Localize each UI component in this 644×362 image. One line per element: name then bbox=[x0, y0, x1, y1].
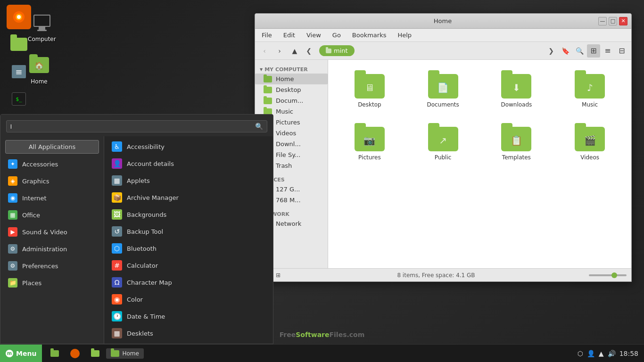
videos-folder: 🎬 bbox=[575, 127, 605, 151]
slider-track[interactable] bbox=[589, 274, 627, 276]
nav-left[interactable]: ❮ bbox=[303, 45, 314, 57]
menu-file[interactable]: File bbox=[257, 30, 277, 40]
tray-network[interactable]: ▲ bbox=[599, 350, 604, 357]
file-desktop[interactable]: 🖥 Desktop bbox=[338, 69, 402, 113]
backup-tool-icon: ↺ bbox=[112, 226, 122, 237]
backgrounds-icon: 🖼 bbox=[112, 209, 122, 220]
tray-bluetooth[interactable]: ⬡ bbox=[578, 350, 583, 357]
app-desklets[interactable]: ▦ Desklets bbox=[104, 325, 273, 342]
category-accessories[interactable]: ✦ Accessories bbox=[0, 156, 104, 173]
app-character-map[interactable]: Ω Character Map bbox=[104, 274, 273, 291]
file-templates[interactable]: 📋 Templates bbox=[485, 122, 549, 165]
forward-button[interactable]: › bbox=[273, 44, 286, 58]
tray-volume[interactable]: 🔊 bbox=[608, 350, 616, 357]
grid-view-button[interactable]: ⊞ bbox=[587, 44, 600, 58]
applets-icon: ▦ bbox=[112, 175, 122, 186]
category-places[interactable]: 📁 Places bbox=[0, 274, 104, 291]
app-backup-tool[interactable]: ↺ Backup Tool bbox=[104, 223, 273, 240]
app-backgrounds[interactable]: 🖼 Backgrounds bbox=[104, 206, 273, 223]
music-folder: ♪ bbox=[575, 74, 605, 99]
nav-right[interactable]: ❯ bbox=[545, 45, 557, 57]
taskbar-firefox[interactable] bbox=[66, 347, 84, 360]
internet-icon: ◉ bbox=[8, 193, 17, 203]
desklets-icon: ▦ bbox=[112, 328, 122, 338]
home-folder-icon bbox=[264, 76, 272, 82]
places-icon: 📁 bbox=[8, 278, 17, 288]
menu-help[interactable]: Help bbox=[393, 30, 416, 40]
triangle-icon: ▼ bbox=[260, 67, 263, 72]
menu-edit[interactable]: Edit bbox=[279, 30, 300, 40]
app-archive-manager[interactable]: 📦 Archive Manager bbox=[104, 189, 273, 206]
category-administration[interactable]: ⚙ Administration bbox=[0, 240, 104, 257]
app-applets[interactable]: ▦ Applets bbox=[104, 172, 273, 189]
sidebar-icon-firefox[interactable] bbox=[7, 5, 31, 29]
window-title: Home bbox=[287, 17, 598, 25]
statusbar: ⊟ ⊞ 8 items, Free space: 4.1 GB bbox=[255, 268, 631, 281]
file-manager-body: ▼ My Computer Home Desktop Docum... bbox=[255, 60, 631, 268]
status-btn2[interactable]: ⊞ bbox=[273, 270, 283, 280]
file-downloads[interactable]: ⬇ Downloads bbox=[485, 69, 549, 113]
menu-bookmarks[interactable]: Bookmarks bbox=[347, 30, 391, 40]
category-preferences[interactable]: ⚙ Preferences bbox=[0, 257, 104, 274]
tray-user[interactable]: 👤 bbox=[587, 350, 595, 357]
file-documents[interactable]: 📄 Documents bbox=[411, 69, 475, 113]
firefox-taskbar-icon bbox=[70, 349, 80, 358]
search-icon[interactable]: 🔍 bbox=[255, 123, 263, 130]
app-calculator[interactable]: # Calculator bbox=[104, 257, 273, 274]
app-date-time[interactable]: 🕐 Date & Time bbox=[104, 308, 273, 325]
file-content-area: 🖥 Desktop 📄 Documents ⬇ D bbox=[328, 60, 631, 268]
toolbar: ‹ › ▲ ❮ mint ❯ 🔖 🔍 ⊞ ≡ ⊟ bbox=[255, 42, 631, 60]
sidebar-icon-files[interactable]: ≡ bbox=[7, 59, 31, 84]
app-color[interactable]: ◉ Color bbox=[104, 291, 273, 308]
sound-video-icon: ▶ bbox=[8, 227, 17, 237]
compact-view-button[interactable]: ⊟ bbox=[615, 44, 628, 58]
app-account-details[interactable]: 👤 Account details bbox=[104, 155, 273, 172]
category-internet[interactable]: ◉ Internet bbox=[0, 189, 104, 206]
close-button[interactable]: ✕ bbox=[619, 17, 627, 25]
file-videos[interactable]: 🎬 Videos bbox=[558, 122, 622, 165]
file-pictures[interactable]: 📷 Pictures bbox=[338, 122, 402, 165]
file-public[interactable]: ↗ Public bbox=[411, 122, 475, 165]
documents-folder: 📄 bbox=[428, 74, 458, 99]
desktop: Computer 🏠 Home ≡ $_ bbox=[0, 0, 644, 362]
file-music[interactable]: ♪ Music bbox=[558, 69, 622, 113]
account-details-icon: 👤 bbox=[112, 158, 122, 169]
sidebar-icon-folder[interactable] bbox=[7, 32, 31, 57]
taskbar-home[interactable]: Home bbox=[106, 348, 143, 359]
all-apps-button[interactable]: All Applications bbox=[5, 140, 99, 154]
taskbar-show-desktop[interactable] bbox=[46, 348, 64, 359]
slider-thumb[interactable] bbox=[611, 272, 617, 278]
sidebar-home[interactable]: Home bbox=[255, 74, 328, 84]
sidebar-icon-terminal[interactable]: $_ bbox=[7, 87, 31, 111]
bookmark-icon[interactable]: 🔖 bbox=[559, 44, 572, 58]
date-time-icon: 🕐 bbox=[112, 311, 122, 321]
app-accessibility[interactable]: ♿ Accessibility bbox=[104, 138, 273, 155]
app-bluetooth[interactable]: ⬡ Bluetooth bbox=[104, 240, 273, 257]
menu-go[interactable]: Go bbox=[328, 30, 346, 40]
category-graphics[interactable]: ◈ Graphics bbox=[0, 173, 104, 189]
search-toggle[interactable]: 🔍 bbox=[573, 44, 586, 58]
sidebar-desktop[interactable]: Desktop bbox=[255, 84, 328, 95]
menu-button[interactable]: m Menu bbox=[0, 345, 42, 362]
up-button[interactable]: ▲ bbox=[288, 44, 301, 58]
graphics-icon: ◈ bbox=[8, 176, 17, 186]
search-input[interactable] bbox=[10, 123, 255, 130]
window-controls: — □ ✕ bbox=[598, 17, 627, 25]
zoom-slider[interactable] bbox=[589, 274, 627, 276]
mint-logo: m bbox=[6, 350, 13, 357]
minimize-button[interactable]: — bbox=[598, 17, 607, 25]
apps-panel: ♿ Accessibility 👤 Account details ▦ Appl… bbox=[104, 136, 273, 344]
list-view-button[interactable]: ≡ bbox=[601, 44, 614, 58]
taskbar-items: Home bbox=[42, 347, 571, 360]
category-office[interactable]: ▦ Office bbox=[0, 206, 104, 223]
back-button[interactable]: ‹ bbox=[258, 44, 271, 58]
category-sound-video[interactable]: ▶ Sound & Video bbox=[0, 223, 104, 240]
taskbar-folder[interactable] bbox=[86, 348, 104, 359]
maximize-button[interactable]: □ bbox=[609, 17, 617, 25]
menu-view[interactable]: View bbox=[302, 30, 326, 40]
calculator-icon: # bbox=[112, 260, 122, 271]
location-button[interactable]: mint bbox=[319, 45, 355, 56]
menubar: File Edit View Go Bookmarks Help bbox=[255, 29, 631, 42]
sidebar-documents[interactable]: Docum... bbox=[255, 95, 328, 106]
search-bar[interactable]: 🔍 bbox=[6, 120, 267, 132]
